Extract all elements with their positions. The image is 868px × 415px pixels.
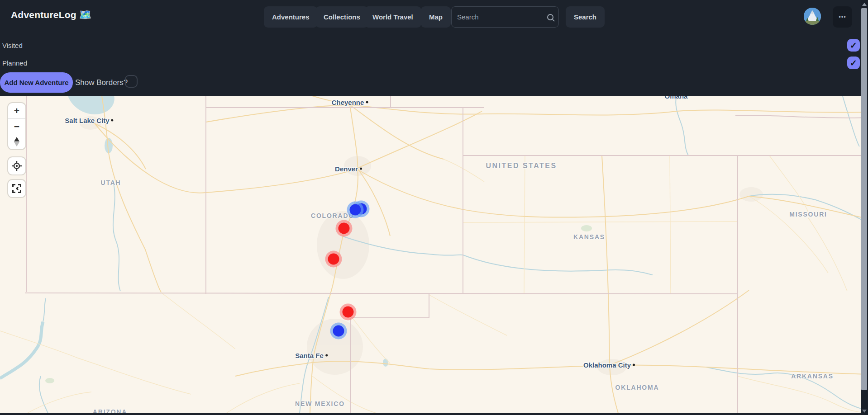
check-icon: ✓	[850, 58, 857, 68]
city-dot	[111, 119, 114, 122]
overflow-menu-button[interactable]: •••	[833, 6, 852, 28]
world-map-icon: 🗺️	[79, 9, 92, 20]
nav-world-travel-button[interactable]: World Travel	[364, 6, 421, 28]
ellipsis-icon: •••	[839, 14, 846, 20]
geolocate-icon	[12, 161, 22, 171]
compass-icon	[14, 137, 19, 141]
nav-collections-button[interactable]: Collections	[315, 6, 368, 28]
app-logo[interactable]: AdventureLog🗺️	[11, 9, 91, 21]
search-input[interactable]	[457, 13, 547, 21]
region-label-united-states: UNITED STATES	[486, 162, 557, 170]
region-label-arkansas: ARKANSAS	[791, 373, 834, 380]
zoom-in-button[interactable]: +	[8, 103, 25, 118]
search-field-wrap	[451, 6, 559, 28]
visited-checkbox[interactable]: ✓	[847, 39, 860, 52]
visited-filter-label: Visited	[2, 42, 23, 49]
city-label-omaha: Omaha	[665, 96, 688, 100]
nav-adventures-button[interactable]: Adventures	[264, 6, 318, 28]
planned-checkbox[interactable]: ✓	[847, 57, 860, 69]
city-label-oklahoma-city: Oklahoma City	[583, 361, 635, 369]
app-title: AdventureLog	[11, 9, 76, 20]
user-avatar[interactable]	[804, 8, 821, 25]
city-dot	[633, 364, 635, 366]
mountain-scene-image	[804, 8, 821, 25]
map-marker-planned[interactable]	[350, 204, 361, 216]
city-label-cheyenne: Cheyenne	[332, 99, 368, 106]
map-marker-visited[interactable]	[328, 254, 339, 265]
map-canvas[interactable]: UTAH COLORADO UNITED STATES KANSAS MISSO…	[0, 96, 861, 413]
fullscreen-icon	[12, 184, 22, 193]
region-label-utah: UTAH	[100, 179, 121, 186]
map-marker-visited[interactable]	[343, 307, 354, 318]
search-button[interactable]: Search	[566, 6, 605, 28]
city-label-denver: Denver	[335, 165, 362, 173]
scrollbar-thumb[interactable]	[861, 8, 867, 390]
compass-reset-button[interactable]	[8, 134, 25, 149]
show-borders-label: Show Borders?	[75, 78, 128, 87]
scroll-up-icon[interactable]	[862, 3, 867, 6]
planned-filter-label: Planned	[2, 59, 27, 67]
region-label-new-mexico: NEW MEXICO	[295, 400, 345, 407]
nav-map-button[interactable]: Map	[421, 6, 451, 28]
check-icon: ✓	[850, 40, 857, 51]
zoom-out-button[interactable]: −	[8, 118, 25, 134]
city-label-salt-lake-city: Salt Lake City	[65, 117, 113, 124]
city-label-santa-fe: Santa Fe	[295, 352, 328, 359]
map-basemap-art	[0, 96, 861, 413]
region-label-kansas: KANSAS	[573, 233, 605, 241]
geolocate-button[interactable]	[8, 157, 25, 174]
map-marker-visited[interactable]	[339, 223, 350, 234]
region-label-colorado: COLORADO	[311, 212, 354, 219]
page-scrollbar[interactable]	[861, 0, 868, 415]
map-marker-planned[interactable]	[333, 325, 344, 337]
city-dot	[325, 354, 328, 357]
region-label-oklahoma: OKLAHOMA	[615, 384, 659, 391]
zoom-control-group: + −	[8, 103, 25, 149]
scroll-down-icon[interactable]	[862, 410, 867, 413]
compass-icon	[14, 142, 19, 146]
search-icon	[547, 14, 553, 20]
region-label-arizona: ARIZONA	[93, 408, 127, 413]
region-label-missouri: MISSOURI	[789, 211, 827, 218]
show-borders-checkbox[interactable]	[125, 75, 138, 88]
fullscreen-button[interactable]	[8, 180, 25, 197]
city-dot	[366, 101, 368, 104]
navbar: AdventureLog🗺️ Adventures Collections Wo…	[0, 0, 868, 34]
add-new-adventure-button[interactable]: Add New Adventure	[0, 72, 73, 93]
city-dot	[360, 168, 362, 170]
